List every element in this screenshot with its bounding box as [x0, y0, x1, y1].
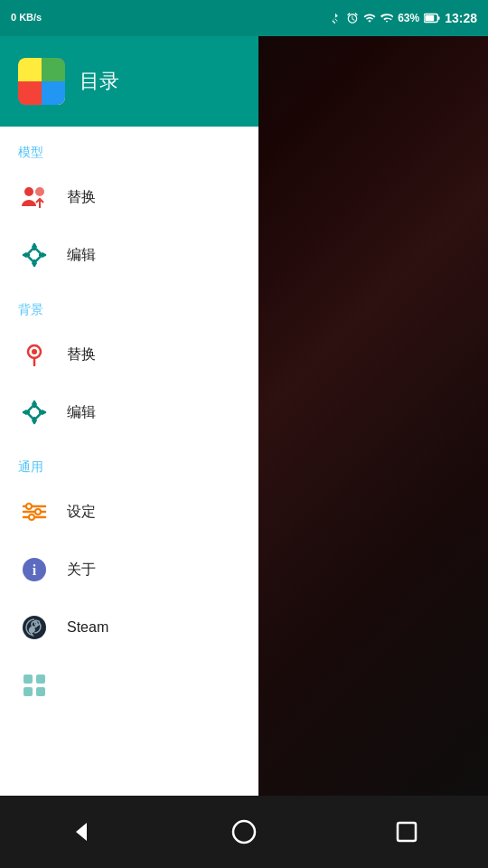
- back-icon: [69, 819, 94, 844]
- menu-label-settings: 设定: [67, 503, 96, 522]
- status-bar: 0 KB/s 63% 13:28: [0, 0, 488, 36]
- people-icon: [18, 181, 51, 213]
- menu-item-bg-replace[interactable]: 替换: [0, 326, 258, 383]
- svg-rect-32: [398, 823, 416, 841]
- svg-point-18: [26, 504, 32, 509]
- svg-marker-30: [76, 823, 87, 841]
- battery-text: 63%: [398, 12, 419, 24]
- svg-point-10: [35, 187, 44, 196]
- menu-item-steam[interactable]: Steam: [0, 599, 258, 656]
- svg-rect-1: [426, 15, 435, 21]
- section-general-header: 通用: [0, 441, 258, 483]
- svg-rect-27: [36, 675, 45, 684]
- menu-item-bg-edit[interactable]: 编辑: [0, 383, 258, 441]
- section-model-header: 模型: [0, 127, 258, 168]
- wifi-icon: [363, 12, 376, 24]
- menu-label-about: 关于: [67, 561, 96, 580]
- alarm-icon: [346, 12, 359, 24]
- menu-label-model-edit: 编辑: [67, 246, 96, 265]
- svg-rect-26: [23, 675, 33, 684]
- svg-point-13: [32, 349, 37, 354]
- navigation-drawer: 目录 模型 替换: [0, 36, 258, 832]
- drawer-content: 模型 替换: [0, 127, 258, 832]
- navigation-bar: [0, 796, 488, 868]
- menu-label-steam: Steam: [67, 619, 108, 636]
- app-icon: [18, 58, 65, 105]
- menu-label-bg-replace: 替换: [67, 345, 96, 364]
- menu-item-about[interactable]: i 关于: [0, 541, 258, 599]
- svg-rect-2: [438, 16, 440, 20]
- section-bg-header: 背景: [0, 284, 258, 326]
- svg-point-9: [24, 187, 33, 196]
- bluetooth-icon: [329, 12, 342, 24]
- data-speed: 0 KB/s: [11, 12, 42, 24]
- move-icon-green: [18, 396, 51, 429]
- steam-icon: [18, 611, 51, 644]
- menu-label-bg-edit: 编辑: [67, 403, 96, 422]
- time: 13:28: [445, 11, 477, 25]
- recent-icon: [394, 819, 419, 844]
- info-icon: i: [18, 553, 51, 586]
- extra-icon: [18, 669, 51, 702]
- back-button[interactable]: [54, 805, 108, 859]
- battery-icon: [424, 13, 440, 24]
- signal-icon: [380, 12, 393, 24]
- menu-item-extra[interactable]: [0, 656, 258, 714]
- svg-text:i: i: [33, 562, 37, 578]
- menu-item-settings[interactable]: 设定: [0, 483, 258, 541]
- home-button[interactable]: [217, 805, 271, 859]
- drawer-header: 目录: [0, 36, 258, 127]
- svg-point-19: [35, 509, 41, 514]
- settings-icon: [18, 495, 51, 528]
- menu-item-model-replace[interactable]: 替换: [0, 168, 258, 226]
- landscape-icon: [18, 338, 51, 371]
- home-icon: [231, 819, 257, 844]
- move-icon: [18, 239, 51, 271]
- status-right: 63% 13:28: [329, 11, 477, 25]
- svg-point-20: [29, 514, 34, 520]
- drawer-title: 目录: [80, 68, 119, 95]
- menu-label-model-replace: 替换: [67, 188, 96, 207]
- recent-button[interactable]: [380, 805, 434, 859]
- svg-point-31: [233, 821, 255, 843]
- svg-rect-28: [23, 687, 33, 696]
- menu-item-model-edit[interactable]: 编辑: [0, 226, 258, 284]
- svg-rect-29: [36, 687, 45, 696]
